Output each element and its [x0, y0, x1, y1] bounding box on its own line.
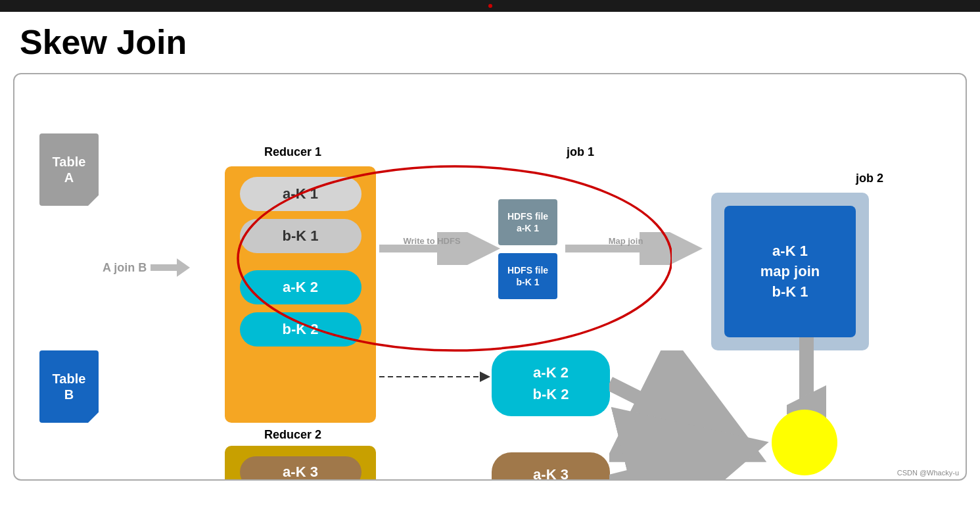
page-title: Skew Join — [0, 12, 980, 68]
top-bar-dot — [488, 4, 492, 8]
a-join-b-arrow: A join B — [103, 258, 190, 277]
pill-bk2: b-K 2 — [240, 312, 362, 347]
hdfs-file-1: HDFS file a-K 1 — [498, 199, 557, 245]
svg-line-9 — [609, 383, 741, 449]
pill-ak1: a-K 1 — [240, 177, 362, 211]
reducer1-box: a-K 1 b-K 1 a-K 2 b-K 2 — [225, 166, 376, 423]
hdfs-file-2: HDFS file b-K 1 — [498, 253, 557, 299]
table-a: Table A — [39, 133, 99, 206]
table-b: Table B — [39, 350, 99, 423]
brown-merged-box: a-K 3 b-K 3 — [492, 452, 610, 481]
table-b-label: Table B — [53, 371, 86, 402]
table-a-label: Table A — [53, 154, 86, 185]
final-circle — [772, 410, 837, 475]
pill-ak3: a-K 3 — [240, 456, 362, 481]
watermark: CSDN @Whacky-u — [897, 469, 959, 477]
reducer2-box: a-K 3 b-K 3 — [225, 446, 376, 481]
write-hdfs-arrow-svg: Write to HDFS — [379, 232, 511, 265]
svg-line-10 — [609, 449, 741, 481]
reducer1-title: Reducer 1 — [264, 145, 321, 159]
write-hdfs-label: Write to HDFS — [403, 236, 460, 246]
job2-title: job 2 — [856, 172, 883, 185]
job2-box: a-K 1 map join b-K 1 — [724, 206, 856, 337]
converge-arrows-svg — [609, 350, 892, 481]
a-join-b-label: A join B — [103, 261, 147, 275]
map-join-arrow-svg: Map join — [565, 232, 716, 265]
reducer2-title: Reducer 2 — [264, 428, 321, 442]
pill-ak2: a-K 2 — [240, 270, 362, 304]
a-join-b-arrow-shape — [151, 258, 190, 277]
pill-bk1: b-K 1 — [240, 219, 362, 253]
map-join-label: Map join — [609, 236, 643, 246]
diagram-container: Table A Table B A join B Reducer 1 a-K 1… — [13, 73, 967, 481]
cyan-merged-box: a-K 2 b-K 2 — [492, 350, 610, 416]
top-bar — [0, 0, 980, 12]
job1-title: job 1 — [567, 145, 594, 159]
